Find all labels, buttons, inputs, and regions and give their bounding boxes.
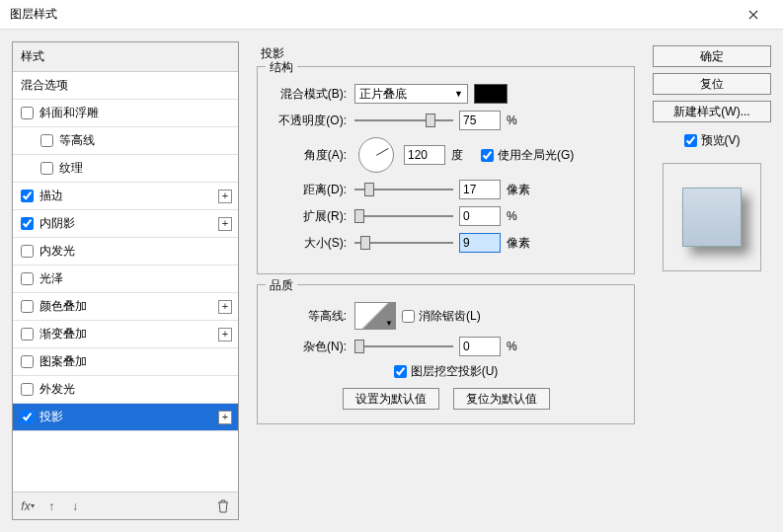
quality-fieldset: 品质 等高线: ▼ 消除锯齿(L) 杂色(N): %	[257, 284, 635, 424]
styles-header: 样式	[13, 42, 238, 72]
distance-unit: 像素	[507, 182, 530, 198]
style-checkbox[interactable]	[21, 245, 34, 258]
noise-unit: %	[507, 340, 530, 353]
style-checkbox[interactable]	[21, 107, 34, 119]
action-panel: 确定 复位 新建样式(W)... 预览(V)	[653, 41, 771, 520]
preview-box	[663, 163, 761, 271]
add-effect-icon[interactable]: +	[218, 328, 232, 342]
window-title: 图层样式	[10, 6, 734, 23]
style-checkbox[interactable]	[21, 383, 34, 396]
spread-unit: %	[507, 209, 530, 223]
global-light-label: 使用全局光(G)	[498, 147, 574, 164]
noise-input[interactable]	[459, 337, 501, 356]
preview-input[interactable]	[684, 134, 697, 147]
style-item-5[interactable]: 内阴影+	[13, 210, 238, 238]
move-down-icon[interactable]: ↓	[66, 497, 84, 515]
add-effect-icon[interactable]: +	[218, 217, 232, 231]
add-effect-icon[interactable]: +	[218, 411, 232, 424]
style-item-1[interactable]: 斜面和浮雕	[13, 100, 238, 127]
style-item-label: 投影	[39, 409, 63, 425]
global-light-input[interactable]	[481, 149, 494, 162]
noise-label: 杂色(N):	[270, 339, 347, 355]
styles-panel: 样式 混合选项斜面和浮雕等高线纹理描边+内阴影+内发光光泽颜色叠加+渐变叠加+图…	[12, 41, 239, 520]
angle-label: 角度(A):	[270, 147, 347, 164]
global-light-checkbox[interactable]: 使用全局光(G)	[481, 147, 574, 164]
ok-button[interactable]: 确定	[653, 45, 771, 67]
style-item-label: 渐变叠加	[39, 326, 87, 342]
main-content: 样式 混合选项斜面和浮雕等高线纹理描边+内阴影+内发光光泽颜色叠加+渐变叠加+图…	[0, 30, 783, 532]
style-checkbox[interactable]	[21, 300, 34, 313]
style-item-7[interactable]: 光泽	[13, 266, 238, 293]
chevron-down-icon: ▼	[454, 89, 463, 99]
style-checkbox[interactable]	[21, 190, 34, 202]
trash-icon[interactable]	[214, 497, 232, 515]
add-effect-icon[interactable]: +	[218, 300, 232, 314]
spread-slider[interactable]	[354, 208, 453, 224]
antialias-checkbox[interactable]: 消除锯齿(L)	[402, 308, 481, 325]
opacity-input[interactable]	[459, 111, 501, 130]
style-checkbox[interactable]	[40, 162, 53, 175]
style-item-10[interactable]: 图案叠加	[13, 348, 238, 376]
style-item-0[interactable]: 混合选项	[13, 72, 238, 100]
style-item-label: 图案叠加	[39, 353, 87, 370]
style-item-2[interactable]: 等高线	[13, 127, 238, 155]
style-item-label: 光泽	[39, 270, 63, 287]
style-item-4[interactable]: 描边+	[13, 183, 238, 210]
style-item-12[interactable]: 投影+	[13, 404, 238, 431]
knockout-label: 图层挖空投影(U)	[411, 363, 499, 380]
opacity-unit: %	[507, 114, 530, 127]
size-input[interactable]	[459, 233, 501, 253]
style-item-8[interactable]: 颜色叠加+	[13, 293, 238, 321]
style-item-label: 斜面和浮雕	[39, 105, 99, 121]
contour-picker[interactable]: ▼	[354, 302, 396, 330]
opacity-label: 不透明度(O):	[270, 113, 347, 129]
style-item-label: 描边	[39, 188, 63, 204]
style-checkbox[interactable]	[40, 134, 53, 147]
size-label: 大小(S):	[270, 235, 347, 252]
antialias-input[interactable]	[402, 310, 415, 323]
style-item-11[interactable]: 外发光	[13, 376, 238, 404]
style-item-9[interactable]: 渐变叠加+	[13, 321, 238, 348]
styles-footer: fx▾ ↑ ↓	[13, 492, 238, 519]
angle-input[interactable]	[404, 145, 445, 165]
spread-label: 扩展(R):	[270, 208, 347, 225]
style-item-label: 纹理	[59, 160, 83, 177]
set-default-button[interactable]: 设置为默认值	[343, 388, 439, 410]
cancel-button[interactable]: 复位	[653, 73, 771, 95]
angle-dial[interactable]	[358, 137, 394, 173]
blend-mode-label: 混合模式(B):	[270, 86, 347, 103]
distance-input[interactable]	[459, 180, 501, 199]
style-checkbox[interactable]	[21, 411, 34, 423]
distance-slider[interactable]	[354, 182, 453, 197]
style-item-6[interactable]: 内发光	[13, 238, 238, 266]
preview-checkbox[interactable]: 预览(V)	[653, 132, 771, 149]
close-button[interactable]	[734, 0, 773, 30]
knockout-input[interactable]	[394, 365, 407, 378]
preview-label: 预览(V)	[701, 132, 741, 149]
style-item-label: 等高线	[59, 132, 95, 149]
titlebar: 图层样式	[0, 0, 783, 30]
fx-menu-icon[interactable]: fx▾	[19, 497, 37, 515]
add-effect-icon[interactable]: +	[218, 190, 232, 203]
style-item-label: 内阴影	[39, 215, 75, 232]
opacity-slider[interactable]	[354, 113, 453, 128]
style-item-label: 外发光	[39, 381, 75, 398]
knockout-checkbox[interactable]: 图层挖空投影(U)	[394, 363, 499, 380]
reset-default-button[interactable]: 复位为默认值	[453, 388, 550, 410]
spread-input[interactable]	[459, 206, 501, 226]
new-style-button[interactable]: 新建样式(W)...	[653, 101, 771, 122]
style-item-3[interactable]: 纹理	[13, 155, 238, 183]
style-checkbox[interactable]	[21, 328, 34, 341]
size-slider[interactable]	[354, 235, 453, 251]
style-checkbox[interactable]	[21, 272, 34, 285]
blend-mode-select[interactable]: 正片叠底 ▼	[354, 84, 468, 104]
noise-slider[interactable]	[354, 339, 453, 354]
structure-title: 结构	[266, 59, 297, 76]
style-checkbox[interactable]	[21, 355, 34, 368]
settings-panel: 投影 结构 混合模式(B): 正片叠底 ▼ 不透明度(O): %	[249, 41, 643, 520]
style-list: 混合选项斜面和浮雕等高线纹理描边+内阴影+内发光光泽颜色叠加+渐变叠加+图案叠加…	[13, 72, 238, 492]
shadow-color-swatch[interactable]	[474, 84, 508, 104]
move-up-icon[interactable]: ↑	[42, 497, 60, 515]
style-item-label: 混合选项	[21, 77, 68, 94]
style-checkbox[interactable]	[21, 217, 34, 230]
